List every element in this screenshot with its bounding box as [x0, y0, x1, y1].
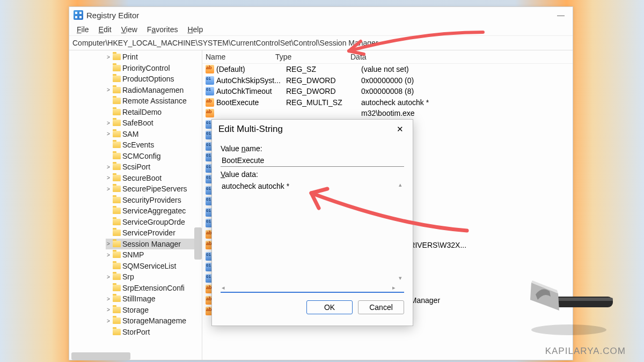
- chevron-right-icon[interactable]: >: [106, 175, 111, 181]
- tree-label: ProductOptions: [122, 75, 174, 83]
- col-data[interactable]: Data: [350, 53, 569, 61]
- tree-hscroll[interactable]: [71, 352, 130, 360]
- tree-label: ServiceAggregatec: [122, 206, 186, 215]
- tree-label: StorageManageme: [122, 316, 186, 325]
- folder-icon: [113, 109, 121, 115]
- scroll-up-icon[interactable]: ▴: [397, 181, 404, 189]
- value-name-input[interactable]: [221, 154, 404, 167]
- regvalue-icon: [206, 76, 214, 85]
- cell-data: autocheck autochk *: [361, 98, 569, 107]
- list-row[interactable]: m32\bootim.exe: [202, 108, 573, 119]
- chevron-right-icon[interactable]: >: [106, 186, 111, 192]
- menu-favorites[interactable]: Favorites: [143, 24, 182, 35]
- dialog-titlebar[interactable]: Edit Multi-String ✕: [212, 120, 413, 139]
- chevron-right-icon[interactable]: >: [106, 296, 111, 302]
- folder-icon: [113, 307, 121, 313]
- cancel-button[interactable]: Cancel: [358, 300, 404, 314]
- tree-item[interactable]: >ServiceProvider: [106, 227, 202, 239]
- menu-edit[interactable]: Edit: [94, 24, 116, 35]
- tree-item[interactable]: >ScsiPort: [106, 161, 202, 173]
- chevron-right-icon[interactable]: >: [106, 252, 111, 258]
- tree-label: ServiceGroupOrde: [122, 218, 185, 226]
- tree-item[interactable]: >ServiceAggregatec: [106, 205, 202, 217]
- tree-item[interactable]: >SAM: [106, 129, 202, 140]
- svg-rect-2: [554, 298, 613, 301]
- chevron-right-icon[interactable]: >: [106, 87, 111, 93]
- cell-name: AutoChkTimeout: [216, 87, 286, 95]
- tree-item[interactable]: >SecurityProviders: [106, 195, 202, 206]
- tree-item[interactable]: >SrpExtensionConfi: [106, 283, 202, 294]
- cell-name: BootExecute: [216, 98, 286, 107]
- tree-item[interactable]: >RetailDemo: [106, 107, 202, 118]
- menu-help[interactable]: Help: [183, 24, 207, 35]
- scroll-right-icon[interactable]: ▸: [392, 284, 396, 292]
- tree-item[interactable]: >ScEvents: [106, 139, 202, 151]
- tree-item[interactable]: >SafeBoot: [106, 117, 202, 129]
- chevron-right-icon[interactable]: >: [106, 131, 111, 137]
- chevron-right-icon[interactable]: >: [106, 274, 111, 280]
- close-icon[interactable]: ✕: [393, 124, 406, 134]
- folder-icon: [113, 208, 121, 214]
- chevron-right-icon[interactable]: >: [106, 120, 111, 126]
- tree-item[interactable]: >StorageManageme: [106, 315, 202, 327]
- menu-file[interactable]: File: [72, 24, 93, 35]
- folder-icon: [113, 197, 121, 203]
- cell-data: 0x00000008 (8): [361, 87, 569, 95]
- tree-item[interactable]: >SecurePipeServers: [106, 183, 202, 195]
- chevron-right-icon[interactable]: >: [106, 307, 111, 313]
- chevron-right-icon[interactable]: >: [106, 241, 111, 247]
- scroll-down-icon[interactable]: ▾: [397, 275, 404, 282]
- titlebar[interactable]: Registry Editor —: [69, 7, 573, 23]
- value-data-textarea[interactable]: [221, 180, 404, 292]
- chevron-right-icon[interactable]: >: [106, 318, 111, 324]
- regvalue-icon: [206, 98, 214, 107]
- col-name[interactable]: Name: [206, 53, 275, 61]
- tree-label: Srp: [122, 272, 134, 281]
- tree-vscroll[interactable]: [194, 227, 202, 260]
- tree-item[interactable]: >Storage: [106, 305, 202, 316]
- tree-item[interactable]: >Srp: [106, 271, 202, 283]
- tree-label: RetailDemo: [122, 108, 162, 116]
- folder-icon: [113, 252, 121, 258]
- cell-type: REG_SZ: [286, 65, 361, 73]
- list-row[interactable]: BootExecuteREG_MULTI_SZautocheck autochk…: [202, 97, 573, 108]
- tree-label: ScsiPort: [122, 162, 150, 171]
- col-type[interactable]: Type: [275, 53, 350, 61]
- list-row[interactable]: AutoChkTimeoutREG_DWORD0x00000008 (8): [202, 86, 573, 97]
- menu-view[interactable]: View: [117, 24, 142, 35]
- folder-icon: [113, 65, 121, 71]
- tree-item[interactable]: >StillImage: [106, 293, 202, 305]
- minimize-button[interactable]: —: [553, 11, 568, 19]
- tree-item[interactable]: >SQMServiceList: [106, 261, 202, 272]
- tree-label: SecureBoot: [122, 174, 162, 182]
- chevron-right-icon[interactable]: >: [106, 164, 111, 170]
- tree-item[interactable]: >SecureBoot: [106, 173, 202, 184]
- tree-pane[interactable]: >Print>PriorityControl>ProductOptions>Ra…: [69, 50, 202, 360]
- tree-label: SAM: [122, 130, 138, 138]
- tree-item[interactable]: >SCMConfig: [106, 151, 202, 162]
- svg-point-0: [531, 324, 606, 335]
- tree-item[interactable]: >RadioManagemen: [106, 85, 202, 96]
- tree-item[interactable]: >Session Manager: [106, 239, 202, 250]
- chevron-right-icon[interactable]: >: [106, 54, 111, 60]
- tree-item[interactable]: >Remote Assistance: [106, 95, 202, 107]
- list-header[interactable]: Name Type Data: [202, 50, 573, 64]
- folder-icon: [113, 263, 121, 269]
- tree-item[interactable]: >Print: [106, 51, 202, 63]
- value-data-label: Value data:: [221, 170, 404, 179]
- tree-label: SQMServiceList: [122, 262, 176, 270]
- ok-button[interactable]: OK: [306, 300, 353, 314]
- scroll-left-icon[interactable]: ◂: [222, 284, 225, 292]
- folder-icon: [113, 120, 121, 126]
- tree-item[interactable]: >PriorityControl: [106, 63, 202, 74]
- address-bar[interactable]: Computer\HKEY_LOCAL_MACHINE\SYSTEM\Curre…: [69, 36, 573, 50]
- list-row[interactable]: AutoChkSkipSyst...REG_DWORD0x00000000 (0…: [202, 75, 573, 86]
- tree-item[interactable]: >SNMP: [106, 249, 202, 261]
- list-row[interactable]: (Default)REG_SZ(value not set): [202, 64, 573, 75]
- folder-icon: [113, 186, 121, 192]
- tree-item[interactable]: >StorPort: [106, 327, 202, 338]
- folder-icon: [113, 219, 121, 225]
- cell-name: (Default): [216, 65, 286, 73]
- tree-item[interactable]: >ProductOptions: [106, 73, 202, 85]
- tree-item[interactable]: >ServiceGroupOrde: [106, 217, 202, 228]
